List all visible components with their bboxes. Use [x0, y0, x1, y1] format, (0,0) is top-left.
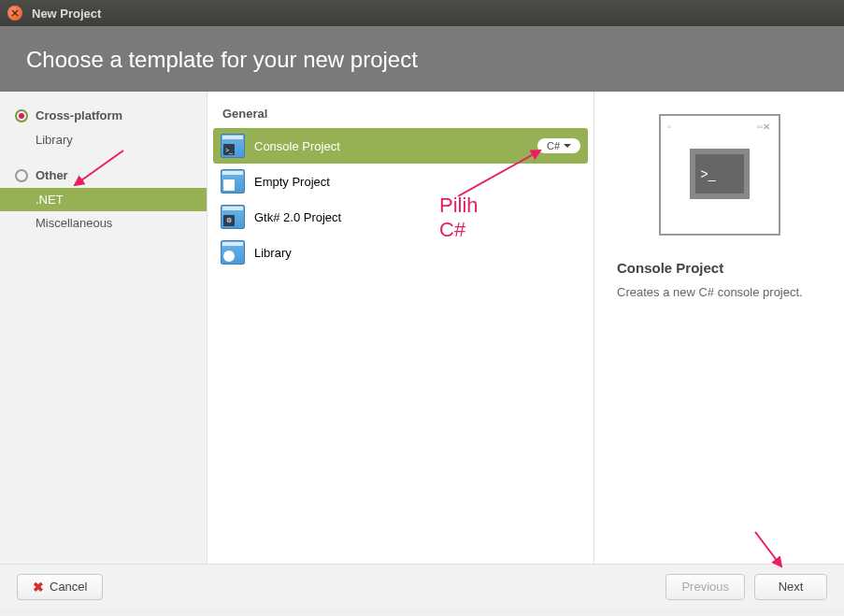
sidebar-item-library[interactable]: Library [0, 128, 207, 151]
category-header-cross-platform[interactable]: Cross-platform [0, 103, 207, 128]
project-icon: >_ [221, 134, 245, 158]
template-list: General >_ Console Project C# Empty Proj… [207, 92, 594, 564]
titlebar: New Project [0, 0, 844, 26]
project-icon: ⚙ [221, 205, 245, 229]
radio-icon [15, 169, 28, 182]
template-item-label: Empty Project [254, 175, 330, 189]
radio-icon [15, 109, 28, 122]
category-label: Other [36, 168, 68, 182]
template-item-library[interactable]: Library [213, 235, 588, 270]
sidebar-item-label: Miscellaneous [36, 216, 112, 230]
category-sidebar: Cross-platform Library Other .NET Miscel… [0, 92, 207, 564]
cancel-button[interactable]: ✖ Cancel [17, 574, 103, 600]
button-label: Cancel [50, 580, 87, 594]
template-item-console-project[interactable]: >_ Console Project C# [213, 128, 588, 164]
window-close-button[interactable] [7, 6, 22, 21]
dialog-footer: ✖ Cancel Previous Next [0, 564, 844, 609]
sidebar-item-label: Library [36, 133, 73, 147]
x-icon: ✖ [33, 580, 44, 595]
detail-description: Creates a new C# console project. [617, 285, 822, 299]
category-label: Cross-platform [36, 108, 122, 122]
template-item-label: Library [254, 246, 292, 260]
button-label: Previous [681, 580, 729, 594]
category-header-other[interactable]: Other [0, 163, 207, 188]
terminal-icon: >_ [690, 149, 750, 199]
window-chrome-icon: ▫▫▫✕ [666, 122, 773, 132]
template-item-label: Gtk# 2.0 Project [254, 210, 341, 224]
template-item-empty-project[interactable]: Empty Project [213, 164, 588, 199]
language-label: C# [547, 140, 560, 151]
template-item-gtk-project[interactable]: ⚙ Gtk# 2.0 Project [213, 199, 588, 235]
next-button[interactable]: Next [754, 574, 827, 600]
project-icon [221, 169, 245, 193]
project-icon [221, 240, 245, 265]
sidebar-item-miscellaneous[interactable]: Miscellaneous [0, 211, 207, 235]
language-selector[interactable]: C# [537, 138, 580, 153]
close-icon [11, 9, 19, 17]
sidebar-item-label: .NET [36, 193, 64, 207]
button-label: Next [779, 580, 804, 594]
template-item-label: Console Project [254, 139, 340, 153]
dialog-content: Cross-platform Library Other .NET Miscel… [0, 92, 844, 564]
dialog-header: Choose a template for your new project [0, 26, 844, 92]
previous-button: Previous [665, 574, 745, 600]
detail-title: Console Project [617, 260, 822, 276]
detail-window-icon: ▫▫▫✕ >_ [659, 114, 780, 236]
sidebar-item-dotnet[interactable]: .NET [0, 188, 207, 211]
template-group-label: General [213, 103, 588, 128]
chevron-down-icon [564, 144, 571, 148]
detail-panel: ▫▫▫✕ >_ Console Project Creates a new C#… [594, 92, 844, 564]
window-title: New Project [32, 7, 101, 21]
header-title: Choose a template for your new project [26, 47, 818, 73]
